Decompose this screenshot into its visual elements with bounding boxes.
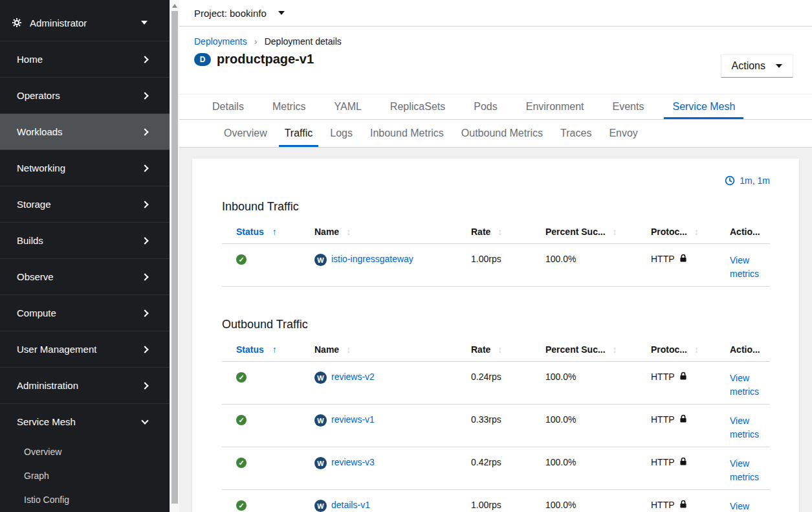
- rate-cell: 0.33rps: [457, 405, 531, 447]
- sortable-icon: ↕: [613, 344, 617, 355]
- sortable-icon: ↕: [694, 344, 699, 355]
- workload-link[interactable]: reviews-v2: [331, 372, 375, 382]
- sidebar-subitem-graph[interactable]: Graph: [0, 463, 170, 487]
- percent-success-cell: 100.0%: [531, 405, 637, 447]
- column-header-percent-suc[interactable]: Percent Suc...↕: [531, 339, 637, 361]
- column-header-actio: Actio...: [716, 339, 770, 361]
- tab-pods[interactable]: Pods: [465, 95, 505, 119]
- project-selector[interactable]: Project: bookinfo: [194, 8, 285, 19]
- subtab-overview[interactable]: Overview: [218, 120, 273, 147]
- column-header-protoc[interactable]: Protoc...↕: [637, 221, 716, 243]
- percent-success-value: 100.0%: [545, 500, 576, 510]
- rate-value: 0.24rps: [471, 372, 501, 382]
- percent-success-value: 100.0%: [545, 372, 576, 382]
- subtab-traces[interactable]: Traces: [554, 120, 597, 147]
- column-header-label: Actio...: [730, 227, 760, 237]
- sidebar-item-label: Operators: [17, 90, 142, 101]
- view-metrics-link[interactable]: View metrics: [730, 457, 765, 484]
- deployment-badge: D: [194, 53, 211, 66]
- subtab-outbound-metrics[interactable]: Outbound Metrics: [455, 120, 549, 147]
- protocol-value: HTTP: [651, 414, 675, 425]
- sidebar-item-compute[interactable]: Compute: [0, 295, 170, 331]
- breadcrumb-deployments-link[interactable]: Deployments: [194, 36, 247, 47]
- sidebar-item-operators[interactable]: Operators: [0, 77, 170, 113]
- table-row: ✓Wdetails-v11.00rps100.0%HTTPView metric…: [222, 490, 770, 512]
- protocol-cell: HTTP: [637, 447, 716, 489]
- sidebar-item-label: Networking: [17, 162, 142, 173]
- cogs-icon: [12, 17, 22, 28]
- workload-link[interactable]: reviews-v1: [331, 414, 375, 425]
- sidebar-item-storage[interactable]: Storage: [0, 186, 170, 222]
- protocol-cell: HTTP: [637, 244, 716, 286]
- healthy-status-icon: ✓: [236, 372, 247, 383]
- column-header-status[interactable]: Status↑: [222, 221, 300, 243]
- tab-yaml[interactable]: YAML: [325, 95, 369, 119]
- scrollbar-thumb[interactable]: [171, 11, 178, 504]
- workload-link[interactable]: reviews-v3: [331, 457, 375, 467]
- chevron-right-icon: [141, 201, 148, 208]
- workload-badge: W: [314, 500, 327, 512]
- view-metrics-link[interactable]: View metrics: [730, 372, 765, 399]
- time-duration-control[interactable]: 1m, 1m: [222, 175, 770, 186]
- tab-replicasets[interactable]: ReplicaSets: [382, 95, 454, 119]
- project-bar: Project: bookinfo: [179, 0, 812, 27]
- main-tabs: DetailsMetricsYAMLReplicaSetsPodsEnviron…: [179, 94, 812, 120]
- sidebar-scrollbar[interactable]: [170, 0, 179, 512]
- sort-ascending-icon: ↑: [272, 344, 277, 355]
- view-metrics-link[interactable]: View metrics: [730, 500, 765, 512]
- sidebar-subnav: OverviewGraphIstio Config: [0, 440, 170, 511]
- protocol-value: HTTP: [651, 372, 675, 382]
- sidebar-item-observe[interactable]: Observe: [0, 258, 170, 295]
- sidebar-item-networking[interactable]: Networking: [0, 150, 170, 186]
- rate-cell: 0.24rps: [457, 362, 531, 404]
- tab-service-mesh[interactable]: Service Mesh: [664, 95, 743, 119]
- protocol-cell: HTTP: [637, 490, 716, 512]
- subtab-inbound-metrics[interactable]: Inbound Metrics: [364, 120, 450, 147]
- scrollbar-up-arrow-icon[interactable]: [172, 4, 177, 8]
- tab-details[interactable]: Details: [204, 95, 252, 119]
- column-header-percent-suc[interactable]: Percent Suc...↕: [531, 221, 637, 243]
- sortable-icon: ↕: [498, 344, 502, 355]
- sidebar-subitem-istio-config[interactable]: Istio Config: [0, 487, 170, 511]
- subtab-envoy[interactable]: Envoy: [603, 120, 643, 147]
- console-app: Administrator HomeOperatorsWorkloadsNetw…: [0, 0, 812, 512]
- column-header-protoc[interactable]: Protoc...↕: [637, 339, 716, 361]
- sidebar-item-home[interactable]: Home: [0, 41, 170, 77]
- healthy-status-icon: ✓: [236, 415, 247, 425]
- sortable-icon: ↕: [613, 227, 617, 237]
- tab-events[interactable]: Events: [604, 95, 653, 119]
- subtab-traffic[interactable]: Traffic: [279, 120, 319, 147]
- column-header-name[interactable]: Name↕: [300, 221, 457, 243]
- sortable-icon: ↕: [498, 227, 502, 237]
- tab-environment[interactable]: Environment: [518, 95, 593, 119]
- workload-link[interactable]: details-v1: [331, 500, 370, 510]
- column-header-label: Status: [236, 344, 264, 355]
- column-header-name[interactable]: Name↕: [300, 339, 457, 361]
- sidebar-item-administration[interactable]: Administration: [0, 367, 170, 403]
- chevron-right-icon: [141, 273, 148, 280]
- lock-icon: [679, 414, 687, 423]
- sidebar-item-user-management[interactable]: User Management: [0, 331, 170, 367]
- column-header-rate[interactable]: Rate↕: [457, 339, 531, 361]
- perspective-switcher[interactable]: Administrator: [0, 5, 170, 41]
- status-cell: ✓: [222, 405, 300, 447]
- sidebar-item-service-mesh[interactable]: Service Mesh: [0, 403, 170, 440]
- page-title: productpage-v1: [217, 52, 314, 67]
- column-header-status[interactable]: Status↑: [222, 339, 300, 361]
- workload-link[interactable]: istio-ingressgateway: [331, 254, 413, 264]
- tab-metrics[interactable]: Metrics: [264, 95, 314, 119]
- view-metrics-link[interactable]: View metrics: [730, 254, 765, 281]
- workload-badge: W: [314, 372, 327, 384]
- sidebar-item-label: Storage: [17, 199, 142, 210]
- chevron-right-icon: [141, 346, 148, 353]
- project-selector-label: Project: bookinfo: [194, 8, 267, 19]
- subtab-logs[interactable]: Logs: [324, 120, 358, 147]
- sidebar-item-workloads[interactable]: Workloads: [0, 113, 170, 150]
- column-header-rate[interactable]: Rate↕: [457, 221, 531, 243]
- column-header-label: Status: [236, 227, 264, 237]
- outbound-table-body: ✓Wreviews-v20.24rps100.0%HTTPView metric…: [222, 362, 770, 512]
- sidebar-item-builds[interactable]: Builds: [0, 222, 170, 258]
- view-metrics-link[interactable]: View metrics: [730, 414, 765, 441]
- sidebar-subitem-overview[interactable]: Overview: [0, 440, 170, 463]
- actions-button[interactable]: Actions: [721, 54, 793, 78]
